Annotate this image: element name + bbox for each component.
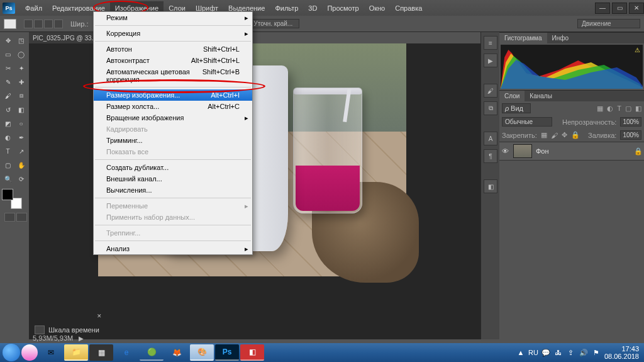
dock-char-icon[interactable]: A xyxy=(484,132,497,145)
menu-rotation[interactable]: Вращение изображения xyxy=(94,112,252,123)
dock-actions-icon[interactable]: ▶ xyxy=(484,54,497,67)
lock-trans-icon[interactable]: ▦ xyxy=(541,131,547,139)
color-swatches[interactable] xyxy=(2,189,22,209)
timeline-close-icon[interactable]: ✕ xyxy=(97,313,102,319)
quickmask-icon[interactable] xyxy=(16,213,27,222)
dock-history-icon[interactable]: ≡ xyxy=(484,36,497,50)
refine-edge-button[interactable]: Уточн. край... xyxy=(249,19,299,28)
menu-help[interactable]: Справка xyxy=(390,1,427,15)
brush-tool[interactable]: 🖌 xyxy=(2,89,14,102)
menu-trim[interactable]: Тримминг... xyxy=(94,135,252,146)
start-button[interactable] xyxy=(3,344,20,361)
tb-totalcmd[interactable]: ▦ xyxy=(89,344,113,361)
filter-smart-icon[interactable]: ◧ xyxy=(635,105,641,113)
menu-window[interactable]: Окно xyxy=(364,1,391,15)
menu-apply-image[interactable]: Внешний канал... xyxy=(94,173,252,184)
menu-auto-tone[interactable]: АвтотонShift+Ctrl+L xyxy=(94,43,252,55)
filter-shape-icon[interactable]: ▢ xyxy=(625,105,631,113)
tray-expand-icon[interactable]: ▲ xyxy=(516,348,525,357)
tb-mail[interactable]: ✉ xyxy=(39,344,63,361)
warning-icon[interactable]: ⚠ xyxy=(635,47,640,54)
tab-info[interactable]: Инфо xyxy=(547,33,574,43)
path-tool[interactable]: ↗ xyxy=(15,145,27,157)
tb-photoshop[interactable]: Ps xyxy=(215,344,239,361)
menu-image-size[interactable]: Размер изображения...Alt+Ctrl+I xyxy=(94,89,252,101)
tb-paint[interactable]: 🎨 xyxy=(190,344,214,361)
crop-tool[interactable]: ✂ xyxy=(2,62,14,74)
layer-row-bg[interactable]: 👁 Фон 🔒 xyxy=(499,142,644,161)
gradient-tool[interactable]: ◩ xyxy=(2,117,14,130)
shape-tool[interactable]: ▢ xyxy=(2,159,14,171)
menu-filter[interactable]: Фильтр xyxy=(270,1,303,15)
tray-flag-icon[interactable]: ⚑ xyxy=(592,348,601,357)
menu-canvas-size[interactable]: Размер холста...Alt+Ctrl+C xyxy=(94,101,252,112)
tb-ie[interactable]: e xyxy=(114,344,138,361)
blur-tool[interactable]: ○ xyxy=(15,117,27,130)
maximize-button[interactable]: ▭ xyxy=(612,3,627,14)
menu-file[interactable]: Файл xyxy=(20,1,47,15)
artboard-tool[interactable]: ◳ xyxy=(15,34,27,47)
dock-para-icon[interactable]: ¶ xyxy=(484,149,497,163)
menu-3d[interactable]: 3D xyxy=(303,1,322,15)
zoom-tool[interactable]: 🔍 xyxy=(2,173,14,185)
dock-prop-icon[interactable]: ◧ xyxy=(484,179,497,193)
menu-calculations[interactable]: Вычисления... xyxy=(94,184,252,196)
hand-tool[interactable]: ✋ xyxy=(15,159,27,171)
menu-adjustments[interactable]: Коррекция xyxy=(94,28,252,39)
dock-brush-icon[interactable]: 🖌 xyxy=(484,84,497,98)
pen-tool[interactable]: ✒ xyxy=(15,131,27,144)
layer-name[interactable]: Фон xyxy=(536,147,549,155)
lock-pos-icon[interactable]: ✥ xyxy=(562,131,567,139)
standard-mode-icon[interactable] xyxy=(4,213,15,222)
menu-view[interactable]: Просмотр xyxy=(322,1,364,15)
selection-new-icon[interactable] xyxy=(24,20,33,28)
lock-all-icon[interactable]: 🔒 xyxy=(571,131,580,139)
filter-adjust-icon[interactable]: ◐ xyxy=(607,105,613,113)
blend-mode-select[interactable]: Обычные xyxy=(502,117,552,127)
eyedropper-tool[interactable]: ✎ xyxy=(2,76,14,88)
eraser-tool[interactable]: ◧ xyxy=(15,103,27,116)
tray-clock[interactable]: 17:43 08.06.2018 xyxy=(604,345,641,360)
filter-type-icon[interactable]: T xyxy=(617,105,621,112)
lock-paint-icon[interactable]: 🖌 xyxy=(551,132,558,139)
tool-preset-icon[interactable] xyxy=(4,19,16,29)
heal-tool[interactable]: ✚ xyxy=(15,76,27,88)
selection-add-icon[interactable] xyxy=(34,20,43,28)
tb-chrome[interactable]: 🟢 xyxy=(140,344,164,361)
tb-explorer[interactable]: 📁 xyxy=(64,344,88,361)
layer-thumb[interactable] xyxy=(513,144,532,158)
tab-channels[interactable]: Каналы xyxy=(525,91,557,101)
tb-fastone[interactable]: ◧ xyxy=(240,344,264,361)
foreground-color[interactable] xyxy=(2,189,13,200)
selection-sub-icon[interactable] xyxy=(44,20,53,28)
history-brush-tool[interactable]: ↺ xyxy=(2,103,14,116)
menu-mode[interactable]: Режим xyxy=(94,12,252,23)
lasso-tool[interactable]: ◯ xyxy=(15,48,27,60)
move-tool[interactable]: ✥ xyxy=(2,34,14,47)
tab-layers[interactable]: Слои xyxy=(499,91,525,101)
tray-vol-icon[interactable]: 🔊 xyxy=(579,348,588,357)
marquee-tool[interactable]: ▭ xyxy=(2,48,14,60)
close-button[interactable]: ✕ xyxy=(629,3,644,14)
selection-int-icon[interactable] xyxy=(54,20,63,28)
menu-analysis[interactable]: Анализ xyxy=(94,243,252,254)
workspace-preset-select[interactable]: Движение xyxy=(577,19,640,28)
tb-firefox[interactable]: 🦊 xyxy=(165,344,189,361)
menu-auto-contrast[interactable]: АвтоконтрастAlt+Shift+Ctrl+L xyxy=(94,55,252,66)
minimize-button[interactable]: — xyxy=(595,3,610,14)
fill-input[interactable]: 100% xyxy=(620,130,641,140)
tray-lang[interactable]: RU xyxy=(529,348,538,357)
tray-msg-icon[interactable]: 💬 xyxy=(541,348,550,357)
stamp-tool[interactable]: ⧈ xyxy=(15,89,27,102)
type-tool[interactable]: T xyxy=(2,145,14,157)
dodge-tool[interactable]: ◐ xyxy=(2,131,14,144)
menu-duplicate[interactable]: Создать дубликат... xyxy=(94,162,252,173)
menu-auto-color[interactable]: Автоматическая цветовая коррекцияShift+C… xyxy=(94,66,252,85)
dock-clone-icon[interactable]: ⧉ xyxy=(484,101,497,115)
rotate-view-tool[interactable]: ⟳ xyxy=(15,173,27,185)
tab-histogram[interactable]: Гистограмма xyxy=(499,33,547,43)
tray-net-icon[interactable]: 🖧 xyxy=(554,348,563,357)
layer-kind-select[interactable]: ρ Вид xyxy=(502,103,531,113)
tray-usb-icon[interactable]: ⇪ xyxy=(567,348,575,357)
wand-tool[interactable]: ✦ xyxy=(15,62,27,74)
